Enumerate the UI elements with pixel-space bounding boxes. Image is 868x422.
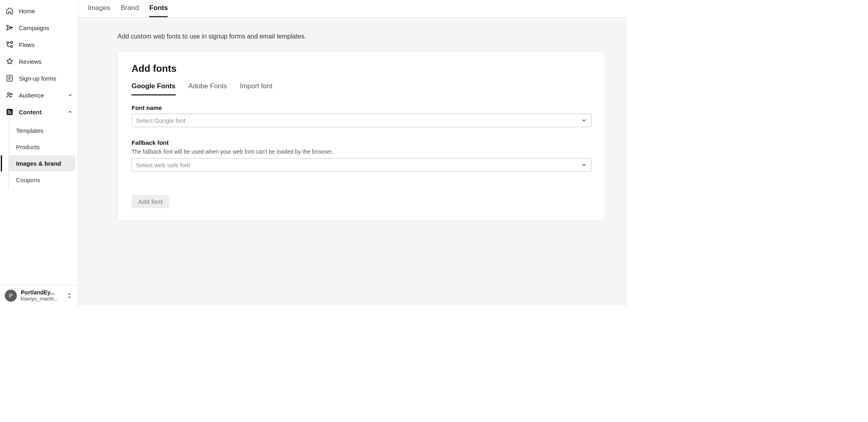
card-title: Add fonts — [132, 63, 592, 74]
top-tabs: Images Brand Fonts — [78, 0, 627, 18]
font-source-tabs: Google Fonts Adobe Fonts Import font — [132, 81, 592, 95]
fallback-font-group: Fallback font The fallback font will be … — [132, 139, 592, 172]
tab-fonts[interactable]: Fonts — [149, 4, 168, 17]
sidebar-item-flows[interactable]: Flows — [0, 36, 78, 53]
content-subnav: Templates Products Images & brand Coupon… — [8, 120, 78, 190]
star-icon — [6, 57, 14, 65]
content-icon — [6, 108, 14, 116]
sidebar-item-audience[interactable]: Audience — [0, 87, 78, 103]
sidebar-item-home[interactable]: Home — [0, 2, 78, 19]
sidebar-item-content[interactable]: Content — [0, 103, 78, 120]
tab-label: Brand — [121, 4, 139, 12]
chevron-up-icon — [67, 109, 73, 115]
sidebar-item-label: Reviews — [19, 58, 42, 65]
select-placeholder: Select Google font — [136, 117, 185, 124]
tab-import-font[interactable]: Import font — [240, 81, 272, 95]
account-name: PortlandEy... — [21, 289, 62, 296]
intro-text: Add custom web fonts to use in signup fo… — [118, 33, 618, 40]
font-name-label: Font name — [132, 104, 592, 111]
sidebar-item-campaigns[interactable]: Campaigns — [0, 19, 78, 36]
subnav-label: Coupons — [16, 177, 40, 183]
form-icon — [6, 74, 14, 82]
add-font-button[interactable]: Add font — [132, 195, 169, 208]
sidebar-nav: Home Campaigns Flows Reviews Sign-up for — [0, 0, 78, 285]
updown-icon[interactable] — [66, 292, 73, 299]
svg-point-5 — [10, 93, 12, 95]
sidebar-item-reviews[interactable]: Reviews — [0, 53, 78, 70]
svg-point-4 — [8, 93, 10, 95]
people-icon — [6, 91, 14, 99]
tab-images[interactable]: Images — [88, 4, 110, 17]
fallback-help: The fallback font will be used when your… — [132, 148, 592, 155]
sidebar-item-label: Audience — [19, 92, 44, 99]
subnav-images-brand[interactable]: Images & brand — [9, 155, 75, 171]
sidebar-item-label: Content — [19, 109, 42, 116]
tab-google-fonts[interactable]: Google Fonts — [132, 81, 176, 95]
tab-label: Google Fonts — [132, 82, 176, 90]
svg-rect-7 — [8, 110, 10, 111]
subnav-label: Images & brand — [16, 160, 61, 167]
fallback-label: Fallback font — [132, 139, 592, 146]
chevron-down-icon — [581, 117, 587, 124]
tab-label: Adobe Fonts — [189, 82, 227, 90]
sidebar-item-signup-forms[interactable]: Sign-up forms — [0, 70, 78, 87]
sidebar: Home Campaigns Flows Reviews Sign-up for — [0, 0, 78, 306]
font-name-group: Font name Select Google font — [132, 104, 592, 127]
tab-label: Fonts — [149, 4, 168, 12]
subnav-products[interactable]: Products — [9, 139, 75, 155]
sidebar-item-label: Sign-up forms — [19, 75, 56, 82]
account-sub: klaviyo_machi... — [21, 296, 62, 302]
send-icon — [6, 24, 14, 32]
add-fonts-card: Add fonts Google Fonts Adobe Fonts Impor… — [118, 51, 606, 221]
content-area: Add custom web fonts to use in signup fo… — [78, 18, 627, 306]
svg-point-1 — [11, 46, 13, 48]
subnav-label: Templates — [16, 127, 43, 134]
chevron-down-icon — [67, 92, 73, 98]
subnav-label: Products — [16, 144, 40, 150]
tab-adobe-fonts[interactable]: Adobe Fonts — [189, 81, 227, 95]
svg-point-2 — [11, 42, 13, 44]
sidebar-item-label: Home — [19, 8, 35, 14]
main: Images Brand Fonts Add custom web fonts … — [78, 0, 627, 306]
svg-rect-8 — [8, 112, 12, 112]
tab-brand[interactable]: Brand — [121, 4, 139, 17]
flow-icon — [6, 41, 14, 49]
svg-rect-9 — [8, 113, 12, 114]
home-icon — [6, 7, 14, 15]
svg-point-0 — [7, 42, 9, 44]
account-text: PortlandEy... klaviyo_machi... — [21, 289, 62, 302]
account-switcher[interactable]: P PortlandEy... klaviyo_machi... — [0, 285, 78, 306]
tab-label: Import font — [240, 82, 272, 90]
tab-label: Images — [88, 4, 110, 12]
avatar-letter: P — [9, 292, 12, 299]
subnav-templates[interactable]: Templates — [9, 122, 75, 138]
sidebar-item-label: Campaigns — [19, 24, 49, 31]
fallback-font-select[interactable]: Select web safe font — [132, 158, 592, 172]
font-name-select[interactable]: Select Google font — [132, 114, 592, 127]
sidebar-item-label: Flows — [19, 41, 34, 48]
chevron-down-icon — [581, 162, 587, 168]
select-placeholder: Select web safe font — [136, 162, 190, 168]
avatar: P — [5, 290, 17, 302]
subnav-coupons[interactable]: Coupons — [9, 172, 75, 188]
